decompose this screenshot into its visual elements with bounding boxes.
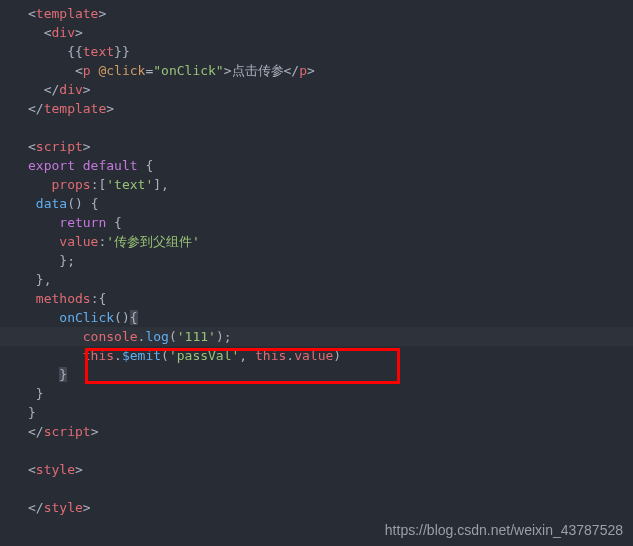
code-line: <script> (0, 137, 633, 156)
code-line: methods:{ (0, 289, 633, 308)
code-line: </script> (0, 422, 633, 441)
code-line (0, 441, 633, 460)
code-line: console.log('111'); (0, 327, 633, 346)
code-line: } (0, 403, 633, 422)
code-line (0, 479, 633, 498)
code-line: </style> (0, 498, 633, 517)
code-line: export default { (0, 156, 633, 175)
code-line: <div> (0, 23, 633, 42)
code-line: }, (0, 270, 633, 289)
code-line: props:['text'], (0, 175, 633, 194)
code-line: this.$emit('passVal', this.value) (0, 346, 633, 365)
code-line: <style> (0, 460, 633, 479)
watermark-text: https://blog.csdn.net/weixin_43787528 (385, 522, 623, 538)
code-line (0, 118, 633, 137)
code-line: {{text}} (0, 42, 633, 61)
code-line: }; (0, 251, 633, 270)
code-line: value:'传参到父组件' (0, 232, 633, 251)
code-line: <template> (0, 4, 633, 23)
code-line: data() { (0, 194, 633, 213)
code-line: return { (0, 213, 633, 232)
code-line: </template> (0, 99, 633, 118)
code-line: } (0, 365, 633, 384)
code-line: onClick(){ (0, 308, 633, 327)
code-line: <p @click="onClick">点击传参</p> (0, 61, 633, 80)
code-editor[interactable]: <template> <div> {{text}} <p @click="onC… (0, 0, 633, 521)
code-line: </div> (0, 80, 633, 99)
code-line: } (0, 384, 633, 403)
